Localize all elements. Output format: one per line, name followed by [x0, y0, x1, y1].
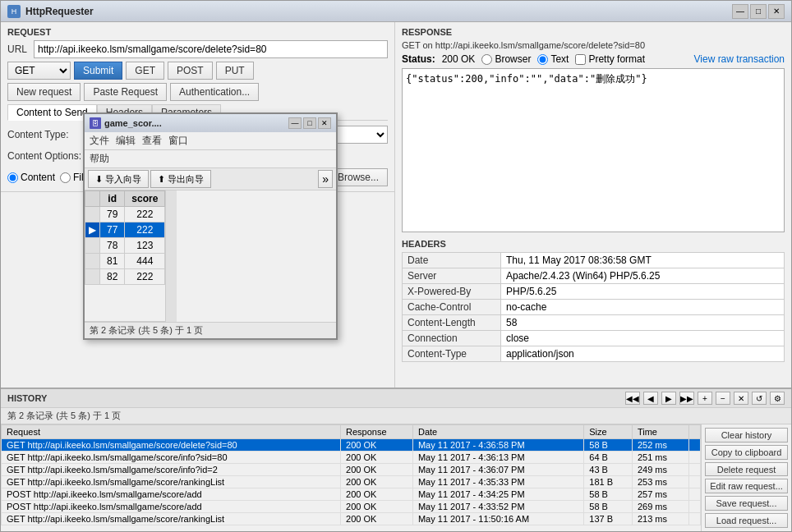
pretty-format-checkbox[interactable] [575, 54, 586, 65]
db-import-button[interactable]: ⬇ 导入向导 [88, 170, 149, 188]
history-section: History ◀◀ ◀ ▶ ▶▶ + − ✕ ↺ ⚙ 第 2 条记录 (共 5… [1, 388, 791, 531]
header-value: no-cache [501, 300, 785, 315]
history-cell-response: 200 OK [341, 464, 413, 476]
title-buttons: — □ ✕ [732, 4, 785, 19]
history-row[interactable]: POST http://api.ikeeko.lsm/smallgame/sco… [2, 501, 701, 513]
method-select[interactable]: GET POST PUT DELETE [7, 62, 71, 80]
radio-file[interactable] [60, 172, 71, 183]
history-clear-btn[interactable]: ✕ [734, 392, 748, 405]
radio-content-label: Content [7, 172, 55, 183]
db-row-score: 222 [125, 269, 165, 285]
db-menu-help[interactable]: 帮助 [90, 152, 109, 166]
history-cell-request: POST http://api.ikeeko.lsm/smallgame/sco… [2, 501, 341, 513]
history-remove-btn[interactable]: − [716, 392, 730, 405]
submit-button[interactable]: Submit [74, 62, 122, 80]
history-cell-time: 249 ms [632, 464, 688, 476]
post-button[interactable]: POST [168, 62, 213, 80]
db-menu-window[interactable]: 窗口 [168, 134, 188, 148]
minimize-button[interactable]: — [732, 4, 748, 19]
header-value: Apache/2.4.23 (Win64) PHP/5.6.25 [501, 268, 785, 284]
db-arrow-right[interactable]: » [318, 170, 333, 188]
history-row[interactable]: GET http://api.ikeeko.lsm/smallgame/scor… [2, 452, 701, 464]
url-label: URL [7, 44, 30, 55]
save-request-button[interactable]: Save request... [705, 496, 788, 511]
history-cell-response: 200 OK [341, 452, 413, 464]
response-panel: Response GET on http://api.ikeeko.lsm/sm… [395, 22, 791, 388]
history-settings-btn[interactable]: ⚙ [770, 392, 785, 405]
db-title: game_scor.... [104, 118, 162, 128]
content-options-label: Content Options: [7, 150, 81, 162]
db-row-marker [85, 238, 100, 254]
delete-request-button[interactable]: Delete request [705, 462, 788, 477]
history-add-btn[interactable]: + [698, 392, 712, 405]
view-raw-link[interactable]: View raw transaction [694, 53, 785, 65]
maximize-button[interactable]: □ [750, 4, 767, 19]
history-info: 第 2 条记录 (共 5 条) 于 1 页 [1, 408, 791, 424]
db-menu-edit[interactable]: 编辑 [116, 134, 136, 148]
history-row[interactable]: GET http://api.ikeeko.lsm/smallgame/scor… [2, 464, 701, 476]
history-header: History ◀◀ ◀ ▶ ▶▶ + − ✕ ↺ ⚙ [1, 389, 791, 408]
db-table: id score 79222▶77222781238144482222 [85, 190, 165, 285]
history-row[interactable]: GET http://api.ikeeko.lsm/smallgame/scor… [2, 476, 701, 488]
history-cell-time: 269 ms [632, 501, 688, 513]
paste-request-button[interactable]: Paste Request [84, 83, 167, 101]
history-row[interactable]: POST http://api.ikeeko.lsm/smallgame/sco… [2, 488, 701, 501]
clear-history-button[interactable]: Clear history [705, 428, 788, 443]
history-row[interactable]: GET http://api.ikeeko.lsm/smallgame/scor… [2, 439, 701, 452]
history-cell-response: 200 OK [341, 513, 413, 525]
db-table-wrap: id score 79222▶77222781238144482222 [85, 190, 165, 322]
load-request-button[interactable]: Load request... [705, 513, 788, 528]
db-table-row[interactable]: 81444 [85, 254, 165, 269]
history-cell-request: GET http://api.ikeeko.lsm/smallgame/scor… [2, 452, 341, 464]
db-menu-view[interactable]: 查看 [142, 134, 162, 148]
history-cell-date: May 11 2017 - 4:34:25 PM [412, 488, 583, 501]
db-row-id: 81 [100, 254, 125, 269]
history-prev-btn[interactable]: ◀ [643, 392, 658, 405]
db-scrollbar[interactable] [165, 190, 177, 322]
history-refresh-btn[interactable]: ↺ [752, 392, 767, 405]
db-table-row[interactable]: 78123 [85, 238, 165, 254]
db-status: 第 2 条记录 (共 5 条) 于 1 页 [85, 322, 336, 338]
db-row-score: 222 [125, 207, 165, 222]
method-row: GET POST PUT DELETE Submit GET POST PUT [7, 62, 388, 80]
new-request-button[interactable]: New request [7, 83, 81, 101]
history-title: History [7, 393, 47, 403]
authentication-button[interactable]: Authentication... [170, 83, 259, 101]
copy-to-clipboard-button[interactable]: Copy to clipboard [705, 445, 788, 460]
radio-text[interactable] [537, 54, 548, 65]
get-button[interactable]: GET [126, 62, 164, 80]
history-first-btn[interactable]: ◀◀ [625, 392, 640, 405]
history-cell-request: GET http://api.ikeeko.lsm/smallgame/scor… [2, 476, 341, 488]
history-col-response: Response [341, 425, 413, 439]
history-next-btn[interactable]: ▶ [661, 392, 676, 405]
db-row-score: 222 [125, 222, 165, 238]
db-close-button[interactable]: ✕ [318, 117, 331, 129]
radio-content[interactable] [7, 172, 18, 183]
db-menu-file[interactable]: 文件 [90, 134, 109, 148]
header-value: PHP/5.6.25 [501, 284, 785, 300]
history-cell-time: 257 ms [632, 488, 688, 501]
history-last-btn[interactable]: ▶▶ [679, 392, 694, 405]
db-row-marker: ▶ [85, 222, 100, 238]
db-table-row[interactable]: 82222 [85, 269, 165, 285]
header-value: application/json [501, 346, 785, 362]
history-cell-request: GET http://api.ikeeko.lsm/smallgame/scor… [2, 439, 341, 452]
put-button[interactable]: PUT [216, 62, 254, 80]
history-col-extra [689, 425, 701, 439]
window-title: HttpRequester [25, 6, 94, 17]
db-table-row[interactable]: ▶77222 [85, 222, 165, 238]
db-minimize-button[interactable]: — [288, 117, 302, 129]
db-maximize-button[interactable]: □ [303, 117, 316, 129]
url-input[interactable] [34, 40, 388, 58]
close-button[interactable]: ✕ [768, 4, 785, 19]
edit-raw-request-button[interactable]: Edit raw request... [705, 479, 788, 493]
db-export-button[interactable]: ⬆ 导出向导 [150, 170, 211, 188]
db-row-score: 444 [125, 254, 165, 269]
url-row: URL [7, 40, 388, 58]
db-table-row[interactable]: 79222 [85, 207, 165, 222]
history-row[interactable]: GET http://api.ikeeko.lsm/smallgame/scor… [2, 513, 701, 525]
radio-browser[interactable] [481, 54, 492, 65]
db-title-left: 🗄 game_scor.... [90, 117, 162, 129]
header-name: Server [403, 268, 501, 284]
db-export-icon: ⬆ [158, 174, 165, 185]
